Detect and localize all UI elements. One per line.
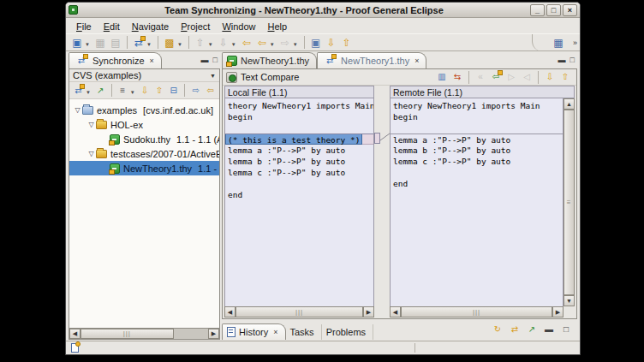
code-line[interactable]: begin [391,111,563,122]
menu-project[interactable]: Project [176,21,215,33]
tree-item-testcases-2007-01-activeeditorv[interactable]: ▽testcases/2007-01/ActiveEditorV [69,146,219,161]
scroll-right-icon[interactable]: ▶ [208,329,219,339]
menu-edit[interactable]: Edit [98,21,125,33]
next-difference-icon[interactable]: ⇩ [542,70,558,84]
local-file-content[interactable]: theory NewTheory1 imports Mainbegin(* th… [224,98,374,306]
menu-window[interactable]: Window [217,21,260,33]
editor-maximize-icon[interactable]: □ [570,55,575,65]
presentation-mode-icon-dropdown[interactable]: ▼ [130,90,135,95]
editor-tab-1[interactable]: ⇄NewTheory1.thy× [317,52,426,68]
editor-tab-close-icon[interactable]: × [414,56,419,65]
previous-difference-icon[interactable]: ⇧ [339,36,355,50]
editor-minimize-icon[interactable]: ▬ [558,55,566,65]
pin-icon[interactable]: ↗ [93,84,108,98]
checkout-icon[interactable]: ▩ [162,36,177,50]
local-hscrollbar[interactable]: ◀ ||| ▶ [224,306,374,317]
tab-tasks[interactable]: Tasks [286,324,322,340]
tree-item-sudoku-thy[interactable]: Sudoku.thy1.1 - 1.1 (ASCII - [69,132,219,146]
outgoing-mode-icon[interactable]: ⇦ [203,84,218,98]
next-difference-icon[interactable]: ⇩ [324,36,339,50]
tab-synchronize[interactable]: ⇄ Synchronize × [69,52,162,68]
code-line[interactable]: lemma b :"P-->P" by auto [391,145,563,156]
new-wizard-icon[interactable]: ▣ [69,36,85,50]
code-line[interactable]: theory NewTheory1 imports Main [391,100,563,111]
presentation-mode-icon[interactable]: ≡ [116,84,130,98]
menu-file[interactable]: File [71,21,97,33]
remote-file-content[interactable]: theory NewTheory1 imports Mainbeginlemma… [390,98,564,306]
sidebar-maximize-icon[interactable]: □ [213,55,218,65]
synchronize-icon-dropdown[interactable]: ▼ [146,42,152,47]
code-line-diff[interactable]: (* this is a test theory *) [225,134,373,145]
scroll-right-icon[interactable]: ▶ [363,306,374,317]
sidebar-minimize-icon[interactable]: ▬ [201,55,209,65]
bottom-tab-close-icon[interactable]: × [273,328,277,336]
compare-view-icon[interactable]: ▣ [308,36,324,50]
code-line[interactable] [391,122,563,134]
team-synchronizing-perspective-icon[interactable]: ▦ [551,36,566,50]
scroll-left-icon[interactable]: ◀ [69,329,80,339]
tree-item-examples[interactable]: ▽examples[cvs.inf.ed.ac.uk] [69,103,219,117]
new-wizard-icon-dropdown[interactable]: ▼ [85,42,90,47]
previous-change-icon[interactable]: ⇧ [152,84,166,98]
back-icon[interactable]: ⇦ [254,36,270,50]
tab-problems[interactable]: Problems [322,324,373,340]
tab-history[interactable]: History× [222,323,286,340]
remote-vscrollbar[interactable]: ▲ ≡ ▼ [564,98,575,306]
incoming-mode-icon[interactable]: ⇨ [188,84,203,98]
code-line[interactable]: lemma a :"P-->P" by auto [225,145,373,156]
code-line[interactable]: begin [225,111,373,122]
remote-hscroll-thumb[interactable]: ||| [401,306,552,317]
scope-dropdown-icon[interactable]: ▼ [210,73,216,79]
synchronize-icon-dropdown[interactable]: ▼ [86,90,91,95]
tree-item-newtheory1-thy[interactable]: NewTheory1.thy1.1 - 1.1 (A [69,161,219,175]
last-edit-location-icon[interactable]: ⇦ [239,36,254,50]
minimize-button[interactable]: _ [530,4,545,16]
code-line[interactable]: theory NewTheory1 imports Main [225,100,373,111]
group-revisions-icon[interactable]: ⇄ [507,323,522,336]
minimize-icon[interactable]: ▬ [541,323,557,336]
tab-synchronize-close-icon[interactable]: × [150,56,154,65]
scroll-left-icon[interactable]: ◀ [224,306,236,317]
remote-hscrollbar[interactable]: ◀ ||| ▶ [390,306,564,317]
menu-help[interactable]: Help [263,21,293,33]
code-line[interactable]: lemma a :"P-->P" by auto [391,134,563,145]
link-with-editor-icon[interactable]: ↗ [524,323,540,336]
collapse-all-icon[interactable]: ⊟ [166,84,181,98]
swap-panes-icon[interactable]: ⇆ [450,70,465,84]
copy-current-change-icon[interactable]: ⇦ [488,70,504,84]
remote-vscroll-thumb[interactable]: ≡ [564,110,575,295]
sidebar-hscrollbar[interactable]: ◀ ||| ▶ [69,328,219,339]
code-line[interactable] [391,167,563,178]
toolbar-overflow-icon[interactable]: » [573,39,576,47]
expander-icon[interactable]: ▽ [73,106,82,114]
menu-navigate[interactable]: Navigate [127,21,174,33]
synchronize-icon[interactable]: ⇄ [71,84,86,98]
local-hscroll-thumb[interactable]: ||| [236,306,363,317]
code-line[interactable] [225,178,373,189]
scroll-up-icon[interactable]: ▲ [564,98,575,110]
code-line[interactable]: end [225,189,373,200]
titlebar[interactable]: Team Synchronizing - NewTheory1.thy - Pr… [66,3,580,18]
editor-tab-0[interactable]: NewTheory1.thy [222,52,317,68]
scroll-left-icon[interactable]: ◀ [390,306,401,317]
previous-difference-icon[interactable]: ⇧ [558,70,573,84]
code-line[interactable]: end [391,178,563,189]
scroll-down-icon[interactable]: ▼ [564,295,575,306]
refresh-icon[interactable]: ↻ [490,323,505,336]
sidebar-hscroll-thumb[interactable]: ||| [80,329,174,339]
code-line[interactable]: lemma b :"P-->P" by auto [225,156,373,167]
tree-item-hol-ex[interactable]: ▽HOL-ex [69,117,219,132]
code-line[interactable]: lemma c :"P-->P" by auto [391,156,563,167]
next-change-icon[interactable]: ⇩ [138,84,152,98]
expander-icon[interactable]: ▽ [86,121,96,128]
close-button[interactable]: × [563,4,577,16]
code-line[interactable] [225,122,373,134]
fast-view-icon[interactable] [71,343,79,353]
ancestor-pane-icon[interactable]: ▥ [434,70,450,84]
synchronize-icon[interactable]: ⇄ [131,36,146,50]
scroll-right-icon[interactable]: ▶ [552,306,564,317]
expander-icon[interactable]: ▽ [86,150,96,157]
maximize-icon[interactable]: □ [558,323,574,336]
maximize-button[interactable]: □ [546,4,561,16]
code-line[interactable]: lemma c :"P-->P" by auto [225,167,373,178]
